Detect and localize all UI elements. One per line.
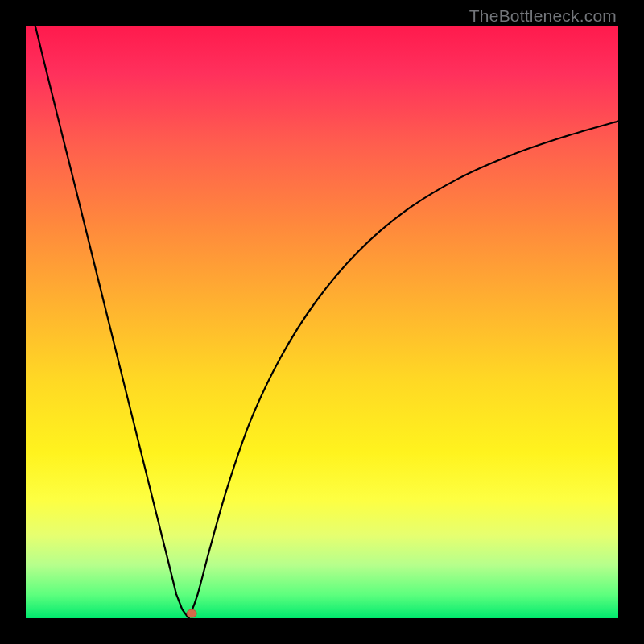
chart-frame: TheBottleneck.com	[0, 0, 644, 644]
watermark-text: TheBottleneck.com	[469, 6, 617, 26]
curve-right-arm	[188, 121, 618, 618]
curve-layer	[26, 26, 618, 618]
curve-left-arm	[35, 26, 189, 618]
plot-area	[26, 26, 618, 618]
minimum-marker	[187, 609, 196, 617]
